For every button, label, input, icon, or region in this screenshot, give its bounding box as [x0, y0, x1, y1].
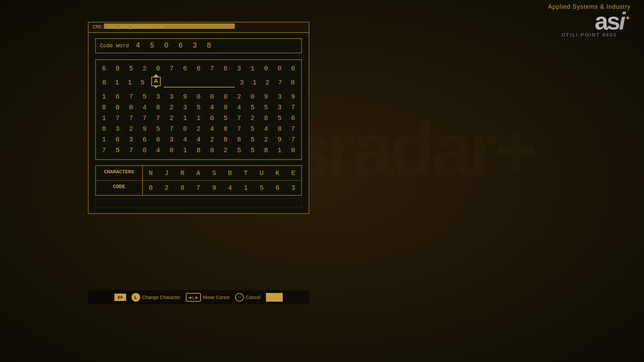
grid-row-7: 7 5 7 0 4 0 1 8 9 2 5 5 8 1 0 [97, 146, 300, 155]
code-3: 3 [285, 181, 301, 195]
code-5: 5 [254, 181, 269, 195]
cmd-label: CMD: [93, 24, 105, 30]
asi-logo-container: Applied Systems & Industry asi ✦ UTILI-P… [548, 3, 631, 38]
cell-1-3: 5 [136, 78, 149, 87]
cell-0-8: 7 [206, 64, 218, 73]
char-N: N [143, 166, 159, 180]
progress-bar [104, 23, 235, 29]
cursor-char: A [151, 77, 161, 86]
o-button-icon: ○ [235, 293, 244, 302]
code-4: 4 [222, 181, 238, 195]
cell-0-0: 6 [98, 64, 110, 73]
number-grid: 6 9 5 2 0 7 6 6 7 6 3 1 0 0 0 8 1 1 [95, 59, 302, 160]
code-word-row: Code Word 4 5 0 6 3 8 [95, 38, 302, 53]
char-J: J [159, 166, 174, 180]
char-T: T [238, 166, 254, 180]
grid-row-3: 0 0 0 4 8 2 3 5 4 9 4 5 5 3 7 [97, 103, 300, 112]
cursor-cell: A [149, 75, 163, 91]
char-K: K [270, 166, 285, 180]
star-icon: ✦ [625, 12, 631, 23]
cell-1-13: 7 [274, 78, 286, 87]
grid-row-1: 8 1 1 5 A 3 1 2 7 0 [97, 75, 300, 91]
cancel-label: Cancel [246, 295, 261, 300]
terminal-content: Code Word 4 5 0 6 3 8 6 9 5 2 0 7 6 6 7 … [89, 33, 309, 213]
grid-row-4: 1 7 7 7 7 2 1 1 6 5 7 2 8 5 6 [97, 114, 300, 123]
input-underline [164, 78, 235, 87]
cell-0-14: 0 [287, 64, 300, 73]
cell-0-5: 7 [165, 64, 178, 73]
cell-0-1: 9 [111, 64, 124, 73]
char-R: R [174, 166, 190, 180]
code-8: 8 [174, 181, 190, 195]
code-word-label: Code Word [100, 43, 129, 49]
char-E: E [285, 166, 301, 180]
char-B: B [222, 166, 238, 180]
char-S: S [206, 166, 222, 180]
char-code-table: CHARACTERS N J R A S B T U K E CODE 0 [95, 165, 302, 196]
code-word-value: 4 5 0 6 3 8 [136, 42, 214, 50]
cell-1-1: 1 [111, 78, 123, 87]
cell-0-9: 6 [219, 64, 232, 73]
cell-1-14: 0 [286, 78, 299, 87]
change-char-label: Change Character [142, 295, 180, 300]
code-1: 1 [238, 181, 254, 195]
move-cursor-control[interactable]: ◄L► Move Cursor [186, 293, 230, 302]
grid-row-0: 6 9 5 2 0 7 6 6 7 6 3 1 0 0 0 [97, 64, 300, 73]
code-cells: 0 2 8 7 9 4 1 5 6 3 [143, 181, 301, 195]
code-7: 7 [191, 181, 206, 195]
move-cursor-label: Move Cursor [203, 295, 230, 300]
cell-0-3: 2 [138, 64, 151, 73]
cell-0-7: 6 [192, 64, 205, 73]
cell-0-13: 0 [273, 64, 286, 73]
code-row: CODE 0 2 8 7 9 4 1 5 6 3 [96, 181, 301, 195]
terminal-window: CMD: sYs_###_OVERIDE/EXE Code Word 4 5 0… [88, 22, 309, 214]
l-stick-icon: ◄L► [186, 293, 201, 302]
code-9: 9 [206, 181, 222, 195]
code-6: 6 [270, 181, 285, 195]
characters-row: CHARACTERS N J R A S B T U K E [96, 166, 301, 181]
cell-0-2: 5 [125, 64, 138, 73]
cell-0-12: 0 [260, 64, 272, 73]
grid-row-2: 1 6 7 5 3 3 9 0 0 0 2 0 9 3 9 [97, 92, 300, 102]
code-label: CODE [96, 181, 143, 195]
code-2: 2 [159, 181, 174, 195]
left-tag: pa [114, 294, 126, 301]
controls-bar: pa L Change Character ◄L► Move Cursor ○ … [88, 290, 309, 304]
cell-1-0: 8 [98, 78, 111, 87]
cell-0-4: 0 [152, 64, 164, 73]
l-button-icon: L [131, 293, 140, 302]
right-tag [266, 293, 283, 302]
cell-0-10: 3 [233, 64, 246, 73]
cell-0-6: 6 [179, 64, 192, 73]
grid-row-6: 1 6 3 6 0 3 4 4 2 8 8 5 2 9 7 [97, 135, 300, 144]
cancel-control[interactable]: ○ Cancel [235, 293, 261, 302]
characters-label: CHARACTERS [96, 166, 143, 180]
char-U: U [254, 166, 269, 180]
cell-0-11: 1 [246, 64, 259, 73]
code-0: 0 [143, 181, 159, 195]
char-A: A [191, 166, 206, 180]
characters-cells: N J R A S B T U K E [143, 166, 301, 180]
change-char-control[interactable]: L Change Character [131, 293, 180, 302]
cursor-diamond: A [150, 75, 162, 87]
asi-text: asi [595, 10, 624, 32]
cell-1-2: 1 [123, 78, 136, 87]
cell-1-10: 3 [235, 78, 248, 87]
grid-row-5: 8 3 2 9 5 7 0 2 4 8 7 5 4 8 7 [97, 124, 300, 134]
inner-status-bar [95, 198, 302, 208]
cell-1-12: 2 [261, 78, 274, 87]
cell-1-11: 1 [248, 78, 261, 87]
